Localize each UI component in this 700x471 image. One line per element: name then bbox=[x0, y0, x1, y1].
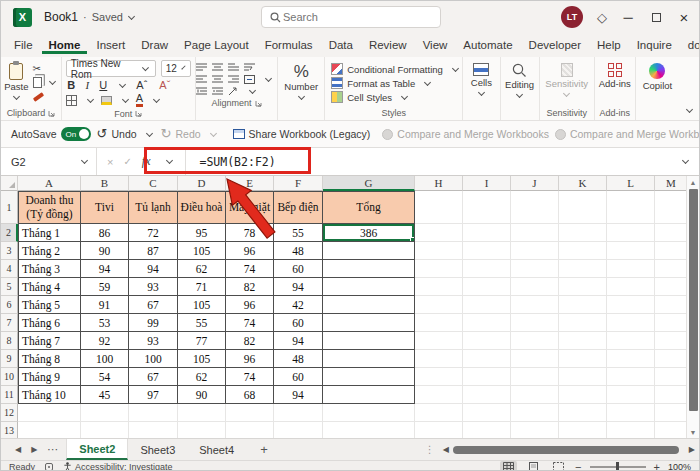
dialog-launcher-icon[interactable] bbox=[255, 100, 262, 107]
row-header[interactable]: 1 bbox=[1, 191, 18, 224]
search-box[interactable] bbox=[261, 6, 441, 28]
align-right-icon[interactable] bbox=[228, 75, 239, 84]
cell[interactable] bbox=[559, 191, 607, 224]
copy-button[interactable] bbox=[33, 77, 58, 88]
cell[interactable]: Tổng bbox=[323, 191, 415, 224]
sheet-tab-sheet3[interactable]: Sheet3 bbox=[128, 439, 187, 460]
cell[interactable] bbox=[323, 404, 415, 422]
cell[interactable] bbox=[607, 260, 655, 278]
cell[interactable]: Tháng 3 bbox=[18, 260, 81, 278]
cell[interactable]: 42 bbox=[274, 296, 323, 314]
number-format-button[interactable]: % Number bbox=[284, 61, 318, 99]
cell[interactable] bbox=[607, 242, 655, 260]
tab-data[interactable]: Data bbox=[322, 36, 360, 54]
cell[interactable]: 94 bbox=[129, 260, 178, 278]
cell[interactable] bbox=[463, 242, 511, 260]
cell[interactable]: Tháng 6 bbox=[18, 314, 81, 332]
zoom-slider[interactable] bbox=[590, 466, 646, 468]
cell[interactable] bbox=[463, 296, 511, 314]
cell[interactable]: 97 bbox=[129, 386, 178, 404]
cell[interactable]: 86 bbox=[81, 224, 129, 242]
page-break-view-button[interactable] bbox=[550, 461, 567, 471]
cell[interactable] bbox=[415, 350, 463, 368]
cell[interactable] bbox=[463, 404, 511, 422]
cell[interactable] bbox=[559, 404, 607, 422]
cell[interactable]: 100 bbox=[81, 350, 129, 368]
column-header[interactable]: J bbox=[511, 176, 559, 191]
shrink-font-button[interactable]: Aˇ bbox=[156, 79, 174, 91]
dialog-launcher-icon[interactable] bbox=[135, 110, 142, 117]
chevron-down-icon[interactable] bbox=[249, 87, 256, 94]
cut-button[interactable]: ✂ bbox=[33, 64, 58, 74]
tab-formulas[interactable]: Formulas bbox=[258, 36, 320, 54]
column-header[interactable]: B bbox=[81, 176, 129, 191]
sheet-tab-sheet2[interactable]: Sheet2 bbox=[66, 439, 128, 460]
column-header[interactable]: H bbox=[415, 176, 463, 191]
vertical-scrollbar[interactable]: ▲ ▼ bbox=[686, 176, 699, 438]
cell[interactable]: 77 bbox=[178, 332, 226, 350]
column-header[interactable]: A bbox=[18, 176, 81, 191]
cell[interactable] bbox=[559, 260, 607, 278]
cell[interactable]: Tháng 5 bbox=[18, 296, 81, 314]
cell[interactable]: 67 bbox=[129, 368, 178, 386]
underline-button[interactable]: U bbox=[98, 79, 109, 91]
cell[interactable]: Tháng 2 bbox=[18, 242, 81, 260]
cell[interactable] bbox=[18, 422, 81, 438]
cell[interactable]: 68 bbox=[226, 386, 274, 404]
cell[interactable] bbox=[226, 404, 274, 422]
tab-help[interactable]: Help bbox=[590, 36, 628, 54]
copilot-button[interactable]: Copilot bbox=[643, 61, 673, 91]
cell[interactable] bbox=[607, 278, 655, 296]
cell[interactable]: 60 bbox=[274, 314, 323, 332]
format-as-table-button[interactable]: Format as Table bbox=[331, 77, 433, 89]
chevron-down-icon[interactable] bbox=[87, 95, 94, 102]
more-sheets-icon[interactable]: ⋯ bbox=[47, 443, 58, 456]
cell[interactable] bbox=[511, 296, 559, 314]
cell[interactable]: Tủ lạnh bbox=[129, 191, 178, 224]
cell[interactable] bbox=[463, 191, 511, 224]
zoom-in-button[interactable]: + bbox=[654, 463, 660, 471]
cell[interactable]: 94 bbox=[274, 332, 323, 350]
tab-insert[interactable]: Insert bbox=[89, 36, 132, 54]
document-title[interactable]: Book1 bbox=[44, 10, 78, 24]
cell[interactable] bbox=[81, 422, 129, 438]
cell[interactable]: 99 bbox=[129, 314, 178, 332]
column-header[interactable]: K bbox=[559, 176, 607, 191]
scroll-right-icon[interactable]: ▶ bbox=[689, 445, 695, 454]
next-sheet-icon[interactable]: ▶ bbox=[31, 445, 37, 454]
cell[interactable]: 91 bbox=[81, 296, 129, 314]
cell[interactable] bbox=[415, 404, 463, 422]
cell[interactable] bbox=[415, 422, 463, 438]
cell[interactable] bbox=[655, 191, 686, 224]
chevron-down-icon[interactable] bbox=[119, 80, 126, 87]
cell[interactable] bbox=[655, 242, 686, 260]
tab-automate[interactable]: Automate bbox=[456, 36, 519, 54]
orientation-icon[interactable] bbox=[228, 87, 239, 96]
cell[interactable]: 72 bbox=[129, 224, 178, 242]
row-header[interactable]: 10 bbox=[1, 368, 18, 386]
column-header[interactable]: M bbox=[655, 176, 686, 191]
cell[interactable] bbox=[415, 368, 463, 386]
search-input[interactable] bbox=[281, 10, 401, 24]
paste-button[interactable]: Paste bbox=[4, 61, 28, 99]
cell[interactable]: Doanh thu (Tỷ đồng) bbox=[18, 191, 81, 224]
cell[interactable]: 93 bbox=[129, 278, 178, 296]
vertical-scroll-thumb[interactable] bbox=[689, 189, 698, 411]
cell[interactable] bbox=[607, 386, 655, 404]
cell[interactable] bbox=[655, 278, 686, 296]
row-header[interactable]: 3 bbox=[1, 242, 18, 260]
tab-file[interactable]: File bbox=[7, 36, 40, 54]
font-name-select[interactable]: Times New Rom bbox=[66, 60, 156, 77]
cell[interactable] bbox=[323, 350, 415, 368]
cell[interactable] bbox=[274, 422, 323, 438]
cell[interactable]: 74 bbox=[226, 314, 274, 332]
cell[interactable] bbox=[463, 368, 511, 386]
cell[interactable] bbox=[415, 332, 463, 350]
cell[interactable] bbox=[81, 404, 129, 422]
chevron-down-icon[interactable] bbox=[128, 12, 135, 19]
cell[interactable] bbox=[415, 314, 463, 332]
cell[interactable]: 94 bbox=[274, 386, 323, 404]
scroll-down-icon[interactable]: ▼ bbox=[690, 429, 697, 438]
borders-icon[interactable] bbox=[66, 95, 77, 106]
cell[interactable] bbox=[559, 422, 607, 438]
